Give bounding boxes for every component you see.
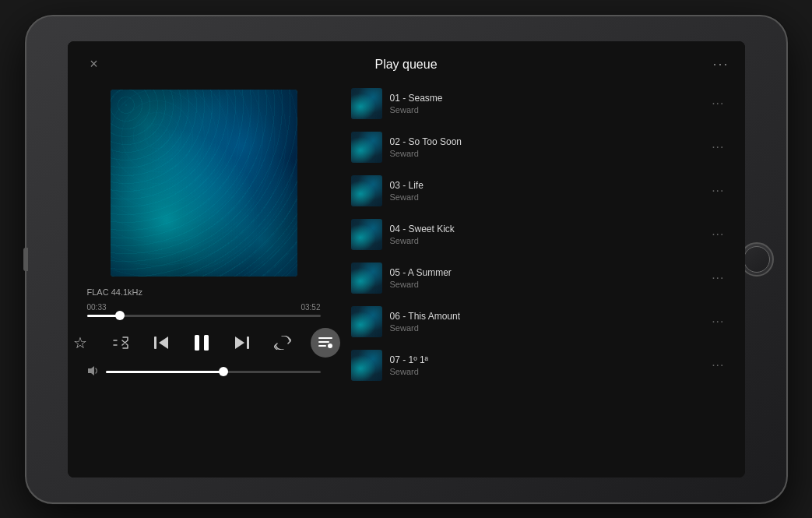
svg-marker-0 bbox=[159, 337, 168, 349]
track-item[interactable]: 04 - Sweet Kick Seward ··· bbox=[340, 213, 737, 256]
page-title: Play queue bbox=[374, 58, 437, 72]
track-artist: Seward bbox=[390, 192, 700, 202]
track-more-button[interactable]: ··· bbox=[707, 181, 729, 201]
track-artist: Seward bbox=[390, 323, 700, 333]
track-item[interactable]: 01 - Seasme Seward ··· bbox=[340, 82, 737, 125]
track-thumbnail bbox=[351, 350, 382, 381]
track-item[interactable]: 03 - Life Seward ··· bbox=[340, 169, 737, 213]
svg-rect-5 bbox=[247, 337, 249, 349]
svg-rect-6 bbox=[318, 337, 332, 339]
left-panel: FLAC 44.1kHz 00:33 03:52 ☆ bbox=[68, 82, 340, 477]
track-more-button[interactable]: ··· bbox=[707, 93, 729, 114]
format-label: FLAC 44.1kHz bbox=[83, 287, 143, 297]
svg-rect-3 bbox=[204, 335, 209, 351]
track-artist: Seward bbox=[390, 149, 700, 158]
progress-bar[interactable] bbox=[87, 315, 321, 317]
svg-rect-7 bbox=[318, 341, 329, 343]
track-more-button[interactable]: ··· bbox=[707, 312, 729, 332]
track-item[interactable]: 06 - This Amount Seward ··· bbox=[340, 300, 737, 344]
track-title: 02 - So Too Soon bbox=[390, 136, 700, 147]
track-thumbnail bbox=[351, 263, 382, 294]
svg-rect-8 bbox=[318, 345, 326, 347]
track-artist: Seward bbox=[390, 105, 700, 115]
track-thumb-image bbox=[351, 306, 382, 337]
track-thumb-image bbox=[351, 350, 382, 381]
track-info: 04 - Sweet Kick Seward bbox=[390, 224, 700, 245]
volume-row bbox=[83, 362, 325, 382]
track-item[interactable]: 05 - A Summer Seward ··· bbox=[340, 256, 737, 300]
track-info: 07 - 1º 1ª Seward bbox=[390, 354, 700, 376]
header: × Play queue ··· bbox=[68, 41, 745, 82]
time-row: 00:33 03:52 bbox=[87, 303, 321, 312]
controls-row: ☆ bbox=[68, 320, 340, 362]
track-artist: Seward bbox=[390, 280, 700, 289]
main-area: FLAC 44.1kHz 00:33 03:52 ☆ bbox=[68, 82, 745, 477]
album-art bbox=[111, 90, 297, 277]
volume-button bbox=[23, 248, 28, 271]
track-more-button[interactable]: ··· bbox=[707, 224, 729, 245]
play-pause-button[interactable] bbox=[189, 330, 214, 355]
track-artist: Seward bbox=[390, 236, 700, 245]
track-thumbnail bbox=[351, 175, 382, 206]
progress-container: 00:33 03:52 bbox=[83, 297, 325, 320]
time-total: 03:52 bbox=[301, 303, 320, 312]
track-title: 06 - This Amount bbox=[390, 311, 700, 322]
next-button[interactable] bbox=[230, 330, 255, 355]
track-item[interactable]: 07 - 1º 1ª Seward ··· bbox=[340, 344, 737, 387]
track-thumbnail bbox=[351, 88, 382, 119]
home-button-inner bbox=[743, 246, 770, 273]
track-thumbnail bbox=[351, 132, 382, 163]
track-thumbnail bbox=[351, 306, 382, 337]
track-more-button[interactable]: ··· bbox=[707, 137, 729, 157]
track-artist: Seward bbox=[390, 367, 700, 376]
svg-point-9 bbox=[328, 344, 332, 348]
app-content: × Play queue ··· FLAC 44.1kHz 00:33 bbox=[68, 41, 745, 477]
track-title: 01 - Seasme bbox=[390, 93, 700, 104]
repeat-button[interactable] bbox=[270, 330, 295, 355]
time-current: 00:33 bbox=[87, 303, 107, 312]
track-item[interactable]: 02 - So Too Soon Seward ··· bbox=[340, 125, 737, 169]
more-options-button[interactable]: ··· bbox=[712, 56, 729, 72]
track-title: 05 - A Summer bbox=[390, 267, 700, 278]
track-info: 03 - Life Seward bbox=[390, 180, 700, 202]
track-thumb-image bbox=[351, 175, 382, 206]
track-info: 06 - This Amount Seward bbox=[390, 311, 700, 333]
track-title: 03 - Life bbox=[390, 180, 700, 191]
shuffle-button[interactable] bbox=[108, 330, 133, 355]
track-info: 01 - Seasme Seward bbox=[390, 93, 700, 115]
track-thumb-image bbox=[351, 88, 382, 119]
track-more-button[interactable]: ··· bbox=[707, 268, 729, 288]
album-art-texture bbox=[111, 90, 297, 277]
track-title: 04 - Sweet Kick bbox=[390, 224, 700, 234]
svg-marker-4 bbox=[235, 337, 244, 349]
volume-slider[interactable] bbox=[106, 371, 321, 373]
ipad-screen: × Play queue ··· FLAC 44.1kHz 00:33 bbox=[68, 41, 745, 477]
volume-icon bbox=[87, 365, 100, 379]
progress-thumb bbox=[115, 311, 125, 320]
track-thumb-image bbox=[351, 219, 382, 250]
prev-button[interactable] bbox=[149, 330, 174, 355]
volume-fill bbox=[106, 371, 224, 373]
svg-rect-1 bbox=[154, 337, 156, 349]
track-thumb-image bbox=[351, 263, 382, 294]
favorite-button[interactable]: ☆ bbox=[68, 330, 93, 355]
close-button[interactable]: × bbox=[83, 54, 105, 76]
track-list: 01 - Seasme Seward ··· 02 - So Too Soon … bbox=[340, 82, 745, 477]
volume-thumb bbox=[219, 367, 228, 376]
track-info: 02 - So Too Soon Seward bbox=[390, 136, 700, 158]
svg-marker-10 bbox=[88, 366, 94, 375]
track-title: 07 - 1º 1ª bbox=[390, 354, 700, 365]
svg-rect-2 bbox=[195, 335, 199, 351]
track-more-button[interactable]: ··· bbox=[707, 355, 729, 375]
ipad-shell: × Play queue ··· FLAC 44.1kHz 00:33 bbox=[25, 15, 788, 504]
track-info: 05 - A Summer Seward bbox=[390, 267, 700, 289]
track-thumb-image bbox=[351, 132, 382, 163]
track-thumbnail bbox=[351, 219, 382, 250]
queue-button[interactable] bbox=[311, 328, 340, 358]
